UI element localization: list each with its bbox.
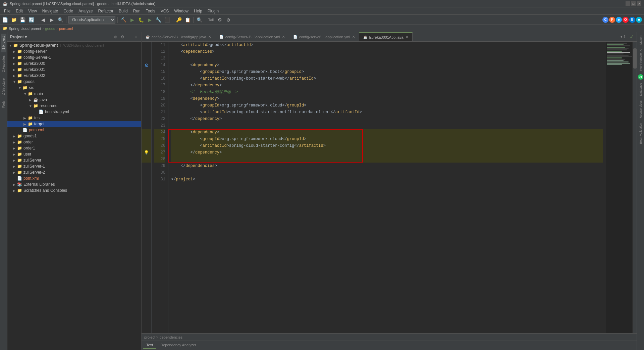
right-sidebar-restservices[interactable]: RestServices xyxy=(638,98,643,120)
breadcrumb-root[interactable]: Spring-cloud-parent xyxy=(9,27,41,31)
menu-tools[interactable]: Tools xyxy=(143,8,158,14)
right-sidebar-maven[interactable]: Maven xyxy=(638,34,643,47)
tree-item-goods[interactable]: ▼ 📁 goods xyxy=(7,79,141,85)
sidebar-tab-favorites[interactable]: 2:Favorites xyxy=(1,53,6,75)
toolbar-nav-btn[interactable]: 🔍 xyxy=(57,16,64,24)
menu-navigate[interactable]: Navigate xyxy=(40,8,61,14)
sidebar-tab-project[interactable]: 1:Project xyxy=(1,34,6,52)
tree-item-target[interactable]: ▶ 📁 target xyxy=(7,121,141,127)
tab-eureka3001[interactable]: ☕ Eureka3001App.java ✕ xyxy=(359,32,413,42)
tree-root[interactable]: ▼ 📁 Spring-cloud-parent H:\CSDN\Spring-c… xyxy=(7,42,141,48)
add-icon[interactable]: ⊕ xyxy=(113,34,118,40)
tab-text[interactable]: Text xyxy=(143,342,156,349)
toolbar-forward-btn[interactable]: ▶ xyxy=(48,16,55,24)
toolbar-vcs-btn[interactable]: 🔑 xyxy=(175,16,182,24)
right-sidebar-database[interactable]: Database xyxy=(638,81,643,98)
toolbar-debug2-btn[interactable]: 🔧 xyxy=(155,16,162,24)
tree-item-resources[interactable]: ▼ 📁 resources xyxy=(7,103,141,109)
tab-close-appyml2[interactable]: ✕ xyxy=(352,35,355,39)
tab-close-configapp[interactable]: ✕ xyxy=(208,35,211,39)
tab-overflow[interactable]: ▾ 1 xyxy=(619,35,627,39)
menu-analyze[interactable]: Analyze xyxy=(76,8,96,14)
toolbar-open-btn[interactable]: 📁 xyxy=(10,16,17,24)
toolbar-settings-btn[interactable]: ⚙ xyxy=(216,16,223,24)
tree-item-order1[interactable]: ▶ 📁 order1 xyxy=(7,145,141,151)
toolbar-build-btn[interactable]: 🔨 xyxy=(120,16,127,24)
right-sidebar-aicoder[interactable]: AI xyxy=(637,74,644,80)
tree-item-config-server[interactable]: ▶ 📁 config-server xyxy=(7,48,141,54)
toolbar-circle-btn[interactable]: ⊘ xyxy=(225,16,232,24)
firefox-icon[interactable]: F xyxy=(609,17,615,23)
ie-icon[interactable]: e xyxy=(616,17,622,23)
gutter-line-14[interactable]: ⊙ xyxy=(142,62,151,69)
toolbar-git-btn[interactable]: 📋 xyxy=(184,16,191,24)
tab-application-yml2[interactable]: 📄 config-server\...\application.yml ✕ xyxy=(289,32,359,42)
toolbar-stop-btn[interactable]: ⬛ xyxy=(163,16,171,24)
tab-close-appyml1[interactable]: ✕ xyxy=(282,35,285,39)
menu-code[interactable]: Code xyxy=(61,8,76,14)
edge2-icon[interactable]: e xyxy=(636,17,642,23)
tab-dependency-analyzer[interactable]: Dependency Analyzer xyxy=(157,342,200,349)
menu-plugin[interactable]: Plugin xyxy=(205,8,221,14)
breadcrumb-project[interactable]: project > dependencies xyxy=(144,335,182,339)
opera-icon[interactable]: O xyxy=(623,17,629,23)
tab-application-yml1[interactable]: 📄 config-Server-1\...\application.yml ✕ xyxy=(215,32,289,42)
edge-icon[interactable]: E xyxy=(629,17,635,23)
right-sidebar-key-promoter[interactable]: Key Promoter X xyxy=(638,47,643,73)
right-sidebar-bean-validation[interactable]: Bean Validation xyxy=(638,121,643,146)
tree-item-goods1[interactable]: ▶ 📁 goods1 xyxy=(7,133,141,139)
chrome-icon[interactable]: C xyxy=(602,17,608,23)
tree-item-src[interactable]: ▼ 📁 src xyxy=(7,85,141,91)
toolbar-sync-btn[interactable]: 🔄 xyxy=(28,16,35,24)
toolbar-back-btn[interactable]: ◀ xyxy=(39,16,47,24)
menu-view[interactable]: View xyxy=(25,8,40,14)
tab-close-eureka3001[interactable]: ✕ xyxy=(406,35,408,39)
sidebar-tab-structure[interactable]: Z-Structure xyxy=(1,76,6,98)
tree-item-eureka3002[interactable]: ▶ 📁 Eureka3002 xyxy=(7,73,141,79)
collapse-icon[interactable]: — xyxy=(126,34,132,40)
tree-item-config-server-1[interactable]: ▶ 📁 config-Server-1 xyxy=(7,54,141,60)
tree-item-scratches[interactable]: ▶ 📁 Scratches and Consoles xyxy=(7,187,141,193)
tree-item-zullserver[interactable]: ▶ 📁 zullServer xyxy=(7,157,141,163)
settings-icon[interactable]: ⚙ xyxy=(120,34,125,40)
tree-item-bootstrap-yml[interactable]: ▶ 📄 bootstrap.yml xyxy=(7,109,141,115)
tree-item-main[interactable]: ▼ 📁 main xyxy=(7,91,141,97)
close-button[interactable]: ✕ xyxy=(637,1,641,6)
menu-run[interactable]: Run xyxy=(130,8,143,14)
scroll-thumb[interactable] xyxy=(633,48,637,69)
project-panel-title[interactable]: Project ▾ xyxy=(10,35,27,39)
maximize-button[interactable]: □ xyxy=(631,1,636,6)
toolbar-new-btn[interactable]: 📄 xyxy=(1,16,9,24)
tree-item-user[interactable]: ▶ 📁 user xyxy=(7,151,141,157)
menu-help[interactable]: Help xyxy=(191,8,205,14)
minimize-button[interactable]: — xyxy=(626,1,630,6)
breadcrumb-module[interactable]: goods xyxy=(45,27,55,31)
toolbar-debug-btn[interactable]: 🐛 xyxy=(137,16,145,24)
toolbar-run2-btn[interactable]: ▶ xyxy=(146,16,153,24)
menu-build[interactable]: Build xyxy=(116,8,130,14)
tree-item-order[interactable]: ▶ 📁 order xyxy=(7,139,141,145)
tab-configapp[interactable]: ☕ config-Server-1\...\configApp.java ✕ xyxy=(142,32,215,42)
menu-window[interactable]: Window xyxy=(171,8,191,14)
menu-vcs[interactable]: VCS xyxy=(158,8,172,14)
menu-file[interactable]: File xyxy=(1,8,13,14)
toolbar-run-btn[interactable]: ▶ xyxy=(128,16,136,24)
run-config-dropdown[interactable]: GoodsApplication xyxy=(68,16,115,24)
menu-edit[interactable]: Edit xyxy=(13,8,25,14)
menu-refactor[interactable]: Refactor xyxy=(96,8,116,14)
tree-item-eureka3001[interactable]: ▶ 📁 Eureka3001 xyxy=(7,67,141,73)
tree-item-java[interactable]: ▶ ☕ java xyxy=(7,97,141,103)
editor-scrollbar[interactable] xyxy=(633,42,637,333)
tree-item-pom-root[interactable]: ▶ 📄 pom.xml xyxy=(7,175,141,181)
tree-item-pom-goods[interactable]: ▶ 📄 pom.xml xyxy=(7,127,141,133)
breadcrumb-file[interactable]: pom.xml xyxy=(59,27,73,31)
tree-item-external-libraries[interactable]: ▶ 📚 External Libraries xyxy=(7,181,141,187)
code-content[interactable]: <artifactId>goods</artifactId> <dependen… xyxy=(168,42,606,333)
toolbar-find-btn[interactable]: 🔍 xyxy=(196,16,203,24)
tree-item-eureka3000[interactable]: ▶ 📁 Eureka3000 xyxy=(7,60,141,67)
tree-item-zullserver1[interactable]: ▶ 📁 zullServer-1 xyxy=(7,163,141,169)
gear-icon[interactable]: ≡ xyxy=(133,34,139,40)
sidebar-tab-web[interactable]: Web xyxy=(1,98,6,111)
tree-item-zullserver2[interactable]: ▶ 📁 zullServer-2 xyxy=(7,169,141,175)
gutter-line-27[interactable]: 💡 xyxy=(142,149,151,156)
